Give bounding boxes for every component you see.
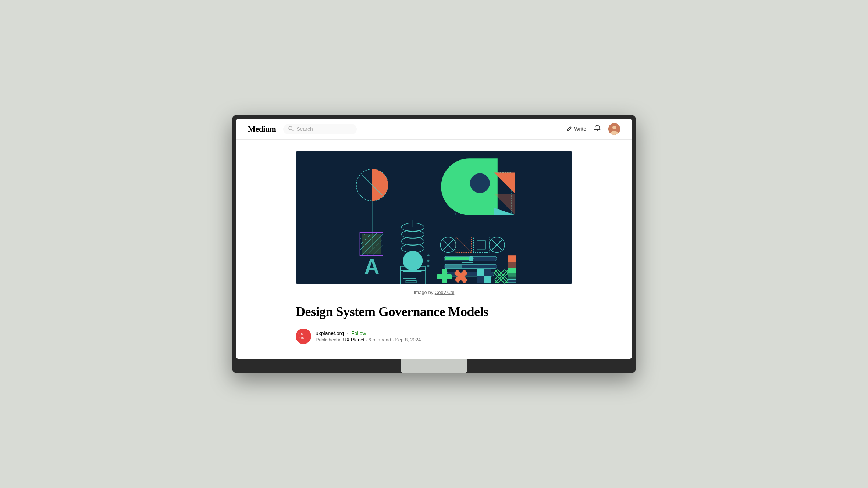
svg-point-25 (427, 265, 430, 267)
author-name-row: uxplanet.org · Follow (316, 330, 421, 336)
svg-rect-69 (477, 276, 484, 283)
write-icon (566, 126, 572, 132)
article-image-container: A (296, 151, 572, 284)
svg-rect-57 (508, 255, 516, 262)
svg-rect-61 (508, 277, 516, 280)
svg-rect-68 (484, 269, 491, 276)
author-name: uxplanet.org (316, 330, 344, 336)
svg-rect-60 (508, 273, 516, 277)
author-section: UX UX uxplanet.org · Follow Published in… (296, 329, 572, 344)
design-illustration: A (296, 151, 572, 284)
svg-text:UX: UX (298, 332, 303, 336)
follow-button[interactable]: Follow (351, 330, 366, 336)
svg-rect-67 (477, 269, 484, 276)
monitor-frame: Medium Search Write (232, 115, 636, 373)
author-info: uxplanet.org · Follow Published in UX Pl… (316, 330, 421, 342)
search-icon (288, 126, 294, 132)
svg-text:A: A (364, 255, 380, 279)
svg-rect-64 (437, 274, 452, 279)
user-avatar[interactable] (608, 123, 620, 135)
svg-rect-58 (508, 262, 516, 268)
notifications-button[interactable] (594, 125, 601, 134)
separator: · (347, 330, 348, 336)
search-bar[interactable]: Search (283, 124, 357, 134)
nav-right: Write (566, 123, 620, 135)
svg-rect-62 (508, 279, 516, 282)
svg-rect-50 (445, 257, 473, 260)
svg-point-34 (470, 173, 490, 193)
svg-text:UX: UX (299, 336, 304, 340)
svg-point-24 (427, 260, 430, 262)
navbar: Medium Search Write (236, 119, 632, 140)
svg-rect-10 (362, 234, 381, 254)
svg-rect-59 (508, 268, 516, 273)
screen: Medium Search Write (236, 119, 632, 359)
main-content: A (287, 140, 581, 359)
monitor-stand (401, 359, 467, 373)
article-title: Design System Governance Models (296, 304, 572, 320)
search-placeholder: Search (296, 126, 313, 132)
svg-point-51 (469, 256, 473, 261)
author-meta: Published in UX Planet · 6 min read · Se… (316, 337, 421, 342)
svg-point-3 (612, 126, 616, 129)
site-logo: Medium (248, 124, 276, 134)
svg-rect-70 (484, 276, 491, 283)
write-label: Write (574, 126, 586, 132)
image-caption: Image by Cody Cai (296, 290, 572, 295)
publication-link[interactable]: UX Planet (343, 337, 364, 342)
write-button[interactable]: Write (566, 126, 586, 132)
article-hero-image: A (296, 151, 572, 284)
svg-line-1 (292, 129, 293, 131)
author-avatar: UX UX (296, 329, 311, 344)
image-caption-link[interactable]: Cody Cai (435, 290, 454, 295)
svg-point-23 (427, 254, 430, 256)
svg-rect-53 (445, 265, 462, 268)
